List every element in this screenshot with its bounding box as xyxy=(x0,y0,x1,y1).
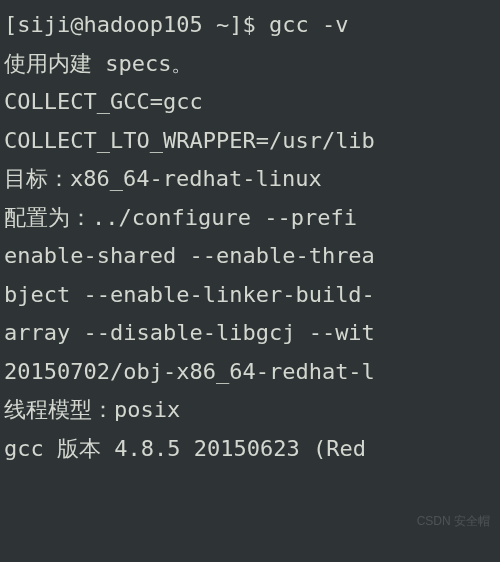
terminal-output[interactable]: [siji@hadoop105 ~]$ gcc -v 使用内建 specs。 C… xyxy=(4,6,496,468)
watermark-text: CSDN 安全帽 xyxy=(417,511,490,532)
terminal-line: COLLECT_LTO_WRAPPER=/usr/lib xyxy=(4,122,496,161)
terminal-line: 使用内建 specs。 xyxy=(4,45,496,84)
terminal-line: 目标：x86_64-redhat-linux xyxy=(4,160,496,199)
terminal-line: [siji@hadoop105 ~]$ gcc -v xyxy=(4,6,496,45)
terminal-line: 线程模型：posix xyxy=(4,391,496,430)
terminal-line: enable-shared --enable-threa xyxy=(4,237,496,276)
terminal-line: 20150702/obj-x86_64-redhat-l xyxy=(4,353,496,392)
terminal-line: 配置为：../configure --prefi xyxy=(4,199,496,238)
terminal-line: bject --enable-linker-build- xyxy=(4,276,496,315)
terminal-line: COLLECT_GCC=gcc xyxy=(4,83,496,122)
terminal-line: gcc 版本 4.8.5 20150623 (Red xyxy=(4,430,496,469)
terminal-line: array --disable-libgcj --wit xyxy=(4,314,496,353)
